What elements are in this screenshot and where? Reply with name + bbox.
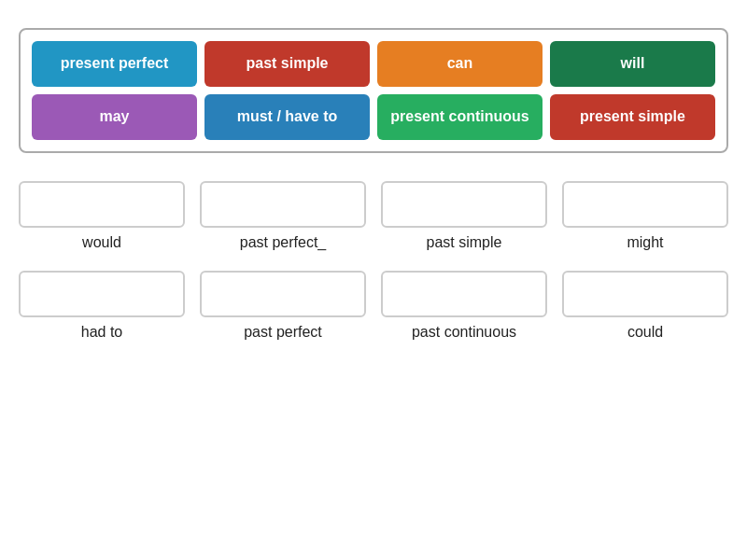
drop-might-item: might xyxy=(562,181,728,253)
drop-had-to-item: had to xyxy=(19,271,185,343)
drop-would-label: would xyxy=(82,233,121,253)
opt-present-simple-button[interactable]: present simple xyxy=(550,94,715,140)
drop-might-label: might xyxy=(627,233,663,253)
drag-drop-area: wouldpast perfect_past simplemighthad to… xyxy=(19,181,728,343)
drop-past-continuous-label: past continuous xyxy=(412,323,516,343)
drop-would-drop-box[interactable] xyxy=(19,181,185,228)
drop-past-perfect-label: past perfect xyxy=(244,323,322,343)
drop-past-perfect-underscore-drop-box[interactable] xyxy=(200,181,366,228)
drop-past-simple-label: past simple xyxy=(427,233,502,253)
drop-past-continuous-item: past continuous xyxy=(381,271,547,343)
opt-may-button[interactable]: may xyxy=(32,94,197,140)
drop-past-perfect-underscore-label: past perfect_ xyxy=(240,233,327,253)
drop-past-perfect-item: past perfect xyxy=(200,271,366,343)
opt-must-have-to-button[interactable]: must / have to xyxy=(204,94,370,140)
drop-could-label: could xyxy=(627,323,663,343)
opt-can-button[interactable]: can xyxy=(377,41,543,87)
drop-could-drop-box[interactable] xyxy=(562,271,728,317)
drop-would-item: would xyxy=(19,181,185,253)
drop-might-drop-box[interactable] xyxy=(562,181,728,228)
drop-row-1: had topast perfectpast continuouscould xyxy=(19,271,728,343)
drop-row-0: wouldpast perfect_past simplemight xyxy=(19,181,728,253)
drop-past-perfect-drop-box[interactable] xyxy=(200,271,366,317)
drop-had-to-drop-box[interactable] xyxy=(19,271,185,317)
opt-will-button[interactable]: will xyxy=(550,41,715,87)
drop-could-item: could xyxy=(562,271,728,343)
opt-present-continuous-button[interactable]: present continuous xyxy=(377,94,543,140)
drop-past-perfect-underscore-item: past perfect_ xyxy=(200,181,366,253)
drop-past-continuous-drop-box[interactable] xyxy=(381,271,547,317)
drop-past-simple-item: past simple xyxy=(381,181,547,253)
options-section: present perfectpast simplecanwillmaymust… xyxy=(19,28,728,153)
drop-past-simple-drop-box[interactable] xyxy=(381,181,547,228)
drop-had-to-label: had to xyxy=(81,323,122,343)
opt-past-simple-button[interactable]: past simple xyxy=(204,41,370,87)
options-grid: present perfectpast simplecanwillmaymust… xyxy=(32,41,715,140)
opt-present-perfect-button[interactable]: present perfect xyxy=(32,41,197,87)
